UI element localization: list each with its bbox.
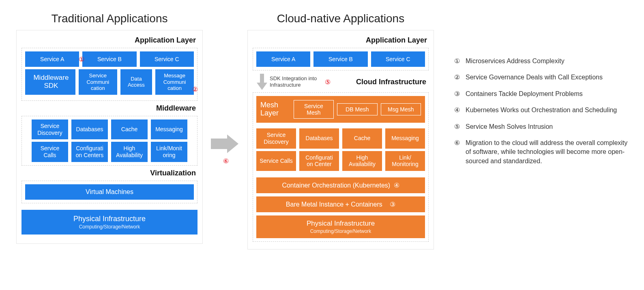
- badge-5: ⑤: [325, 78, 331, 86]
- baremetal-bar: Bare Metal Instance + Containers ③: [256, 196, 425, 212]
- middleware-sdk-box: Middleware SDK: [25, 69, 75, 95]
- virtualization-title: Virtualization: [23, 169, 196, 177]
- badge-4: ④: [394, 182, 399, 189]
- legend-num-3: ③: [454, 90, 466, 98]
- cloud-databases: Databases: [299, 128, 339, 149]
- svc-calls-box: Service Calls: [32, 142, 68, 162]
- msg-comm-box: Message Communi cation: [155, 69, 194, 95]
- cloud-infra-group: Mesh Layer Service Mesh DB Mesh Msg Mesh…: [253, 92, 429, 242]
- cloud-column: Cloud-native Applications Application La…: [247, 12, 434, 249]
- traditional-column: Traditional Applications Application Lay…: [16, 12, 203, 244]
- cloud-service-a: Service A: [256, 51, 310, 67]
- legend-item-6: ⑥ Migration to the cloud will address th…: [454, 139, 628, 166]
- link-monitor-box: Link/Monit oring: [151, 142, 187, 162]
- mw-row2: Service Calls Configurati on Centers Hig…: [32, 142, 187, 162]
- svg-marker-0: [211, 134, 238, 153]
- cloud-infra-row2: Service Calls Configurati on Center High…: [256, 151, 425, 171]
- databases-box: Databases: [71, 119, 108, 140]
- sdk-integration-row: SDK Integration into Infrastructure ⑤ Cl…: [257, 74, 429, 90]
- mw-row1: Service Discovery Databases Cache Messag…: [32, 119, 187, 140]
- legend-item-4: ④ Kubernetes Works out Orchestration and…: [454, 106, 628, 115]
- phys-group: Physical Infrastructure Computing/Storag…: [21, 208, 197, 236]
- cloud-phys-sub: Computing/Storage/Network: [260, 228, 421, 234]
- cloud-services-group: Service A Service B Service C: [253, 48, 429, 70]
- orchestration-bar: Container Orchestration (Kubernetes) ④: [256, 177, 425, 193]
- legend-text-1: Microservices Address Complexity: [466, 57, 565, 66]
- service-comm-box: Service Communi cation: [79, 69, 117, 95]
- cloud-cache: Cache: [342, 128, 382, 149]
- cloud-infra-row1: Service Discovery Databases Cache Messag…: [256, 128, 425, 149]
- service-mesh-box: Service Mesh: [294, 100, 334, 119]
- legend-text-6: Migration to the cloud will address the …: [466, 139, 628, 166]
- badge-2: ②: [192, 85, 198, 93]
- cloud-service-c: Service C: [371, 51, 425, 67]
- legend-num-4: ④: [454, 106, 466, 115]
- legend-item-2: ② Service Governance Deals with Call Exc…: [454, 73, 628, 82]
- middleware-title: Middleware: [23, 104, 196, 113]
- service-b-box: Service B: [82, 51, 136, 67]
- cloud-config-center: Configurati on Center: [299, 151, 339, 171]
- cloud-panel: Application Layer Service A Service B Se…: [247, 30, 434, 249]
- data-access-box: Data Access: [120, 69, 152, 95]
- legend-item-3: ③ Containers Tackle Deployment Problems: [454, 90, 628, 98]
- badge-3: ③: [390, 201, 395, 208]
- legend-item-5: ⑤ Service Mesh Solves Intrusion: [454, 122, 628, 131]
- legend-num-6: ⑥: [454, 139, 466, 166]
- cloud-title: Cloud-native Applications: [277, 12, 404, 25]
- high-avail-box: High Availability: [111, 142, 148, 162]
- cloud-high-avail: High Availability: [342, 151, 382, 171]
- traditional-title: Traditional Applications: [52, 12, 168, 25]
- app-layer-title: Application Layer: [23, 36, 196, 45]
- cloud-services-row: Service A Service B Service C: [256, 51, 425, 67]
- service-a-box: Service A: [25, 51, 79, 67]
- cloud-app-layer-title: Application Layer: [254, 36, 427, 45]
- db-mesh-box: DB Mesh: [337, 103, 377, 115]
- cloud-link-monitor: Link/ Monitoring: [385, 151, 425, 171]
- down-arrow-icon: [257, 74, 267, 90]
- cloud-phys-title: Physical Infrastructure: [307, 220, 375, 227]
- legend-num-2: ②: [454, 73, 466, 82]
- baremetal-text: Bare Metal Instance + Containers: [286, 201, 382, 208]
- cloud-svc-calls: Service Calls: [256, 151, 296, 171]
- cloud-service-b: Service B: [313, 51, 367, 67]
- legend-num-5: ⑤: [454, 122, 466, 131]
- legend-text-4: Kubernetes Works out Orchestration and S…: [466, 106, 617, 115]
- legend: ① Microservices Address Complexity ② Ser…: [454, 12, 628, 173]
- mesh-layer-row: Mesh Layer Service Mesh DB Mesh Msg Mesh: [256, 96, 425, 123]
- legend-text-5: Service Mesh Solves Intrusion: [466, 122, 553, 131]
- phys-title: Physical Infrastructure: [73, 215, 146, 223]
- msg-mesh-box: Msg Mesh: [381, 103, 421, 115]
- right-arrow-icon: [211, 134, 239, 154]
- cache-box: Cache: [111, 119, 148, 140]
- cloud-svc-discovery: Service Discovery: [256, 128, 296, 149]
- badge-6: ⑥: [223, 157, 229, 165]
- middleware-group: Service Discovery Databases Cache Messag…: [21, 116, 197, 166]
- sdk-note: SDK Integration into Infrastructure: [270, 75, 318, 88]
- cloud-phys-bar: Physical Infrastructure Computing/Storag…: [256, 215, 425, 238]
- svg-marker-1: [257, 74, 267, 90]
- svc-discovery-box: Service Discovery: [32, 119, 68, 140]
- traditional-panel: Application Layer Service A Service B Se…: [16, 30, 203, 244]
- legend-text-2: Service Governance Deals with Call Excep…: [466, 73, 603, 82]
- sdk-row: Middleware SDK Service Communi cation Da…: [25, 69, 194, 95]
- cloud-infra-title: Cloud Infrastructure: [356, 78, 426, 86]
- vm-bar: Virtual Machines: [25, 184, 194, 200]
- messaging-box: Messaging: [151, 119, 187, 140]
- config-centers-box: Configurati on Centers: [71, 142, 108, 162]
- badge-1: ①: [79, 55, 84, 63]
- phys-sub: Computing/Storage/Network: [26, 224, 193, 230]
- mesh-label: Mesh Layer: [260, 101, 290, 117]
- legend-num-1: ①: [454, 57, 466, 66]
- app-layer-group: Service A Service B Service C ① Middlewa…: [21, 48, 197, 101]
- transition-arrow-col: ⑥: [211, 134, 239, 165]
- cloud-messaging: Messaging: [385, 128, 425, 149]
- virtualization-group: Virtual Machines: [21, 181, 197, 203]
- orchestration-text: Container Orchestration (Kubernetes): [282, 182, 390, 189]
- legend-text-3: Containers Tackle Deployment Problems: [466, 90, 583, 98]
- legend-item-1: ① Microservices Address Complexity: [454, 57, 628, 66]
- services-row: Service A Service B Service C: [25, 51, 194, 67]
- service-c-box: Service C: [140, 51, 194, 67]
- diagram-root: Traditional Applications Application Lay…: [16, 12, 628, 249]
- phys-bar: Physical Infrastructure Computing/Storag…: [21, 210, 197, 235]
